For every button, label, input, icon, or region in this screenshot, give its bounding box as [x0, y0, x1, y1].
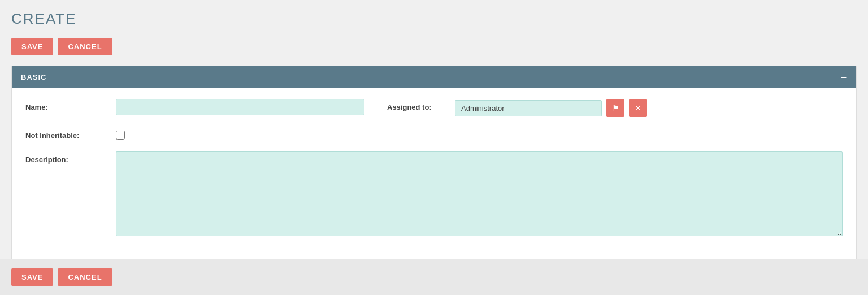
section-header: BASIC –	[12, 66, 856, 88]
section-title: BASIC	[21, 73, 46, 81]
page-title: CREATE	[11, 10, 857, 28]
not-inheritable-label: Not Inheritable:	[25, 127, 116, 140]
bottom-bar: SAVE CANCEL	[0, 259, 868, 295]
assigned-to-label: Assigned to:	[387, 99, 455, 111]
assigned-to-input[interactable]	[455, 100, 602, 116]
flag-icon: ⚑	[612, 103, 619, 112]
assigned-clear-button[interactable]: ✕	[629, 99, 647, 117]
collapse-icon[interactable]: –	[841, 72, 847, 82]
description-field-wrapper	[116, 151, 843, 238]
description-label: Description:	[25, 151, 116, 164]
assigned-to-section: Assigned to: ⚑ ✕	[364, 99, 843, 117]
top-button-group: SAVE CANCEL	[11, 38, 857, 55]
assigned-flag-button[interactable]: ⚑	[606, 99, 624, 117]
basic-section-panel: BASIC – Name: Assigned to: ⚑	[11, 66, 857, 262]
cancel-button-top[interactable]: CANCEL	[58, 38, 112, 55]
name-input[interactable]	[116, 99, 364, 115]
cancel-button-bottom[interactable]: CANCEL	[58, 268, 112, 286]
description-row: Description:	[25, 151, 843, 238]
description-textarea[interactable]	[116, 151, 843, 236]
name-assigned-row: Name: Assigned to: ⚑ ✕	[25, 99, 843, 117]
not-inheritable-checkbox[interactable]	[116, 131, 125, 140]
section-body: Name: Assigned to: ⚑ ✕	[12, 88, 856, 262]
save-button-bottom[interactable]: SAVE	[11, 268, 53, 286]
name-field-wrapper	[116, 99, 364, 115]
name-label: Name:	[25, 99, 116, 111]
not-inheritable-field	[116, 127, 843, 141]
not-inheritable-row: Not Inheritable:	[25, 127, 843, 141]
close-icon: ✕	[635, 103, 641, 112]
page-wrapper: CREATE SAVE CANCEL BASIC – Name: Assigne…	[0, 0, 868, 284]
save-button-top[interactable]: SAVE	[11, 38, 53, 55]
assigned-field-wrapper: ⚑ ✕	[455, 99, 647, 117]
